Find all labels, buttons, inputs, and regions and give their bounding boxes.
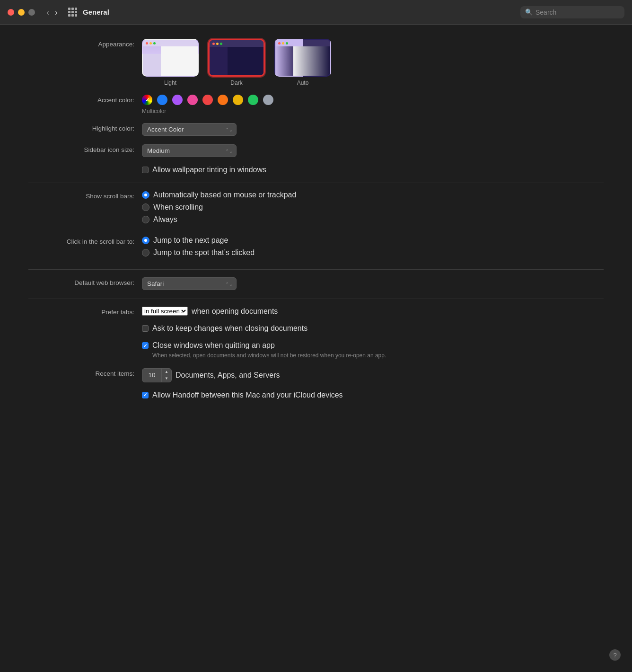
appearance-thumb-auto bbox=[274, 39, 331, 77]
close-windows-checkbox-row: Close windows when quitting an app When … bbox=[142, 341, 604, 360]
close-windows-checkbox[interactable] bbox=[142, 342, 149, 349]
main-content: Appearance: Light bbox=[0, 25, 632, 672]
appearance-light[interactable]: Light bbox=[142, 39, 199, 86]
scroll-scrolling-radio[interactable] bbox=[142, 203, 149, 211]
allow-handoff-control: Allow Handoff between this Mac and your … bbox=[142, 391, 604, 399]
sidebar-icon-size-control: Small Medium Large ⌃⌄ bbox=[142, 144, 604, 157]
appearance-dark[interactable]: Dark bbox=[208, 39, 265, 86]
stepper-down-btn[interactable]: ▼ bbox=[162, 375, 171, 382]
search-icon: 🔍 bbox=[525, 9, 533, 16]
accent-red-btn[interactable] bbox=[202, 95, 213, 105]
accent-color-row: Accent color: Multicolor bbox=[28, 95, 604, 115]
accent-orange-btn[interactable] bbox=[218, 95, 228, 105]
stepper-value: 10 bbox=[142, 370, 161, 380]
minimize-button[interactable] bbox=[18, 9, 25, 16]
close-windows-subtext: When selected, open documents and window… bbox=[152, 352, 386, 360]
accent-multicolor-btn[interactable] bbox=[142, 95, 152, 105]
scroll-scrolling-label: When scrolling bbox=[153, 203, 203, 212]
scroll-always-radio[interactable] bbox=[142, 216, 149, 223]
browser-dropdown-wrapper: Safari Chrome Firefox ⌃⌄ bbox=[142, 277, 237, 290]
titlebar: ‹ › General 🔍 bbox=[0, 0, 632, 25]
recent-items-stepper: 10 ▲ ▼ bbox=[142, 368, 172, 382]
wallpaper-tinting-control: Allow wallpaper tinting in windows bbox=[142, 166, 604, 174]
accent-colors bbox=[142, 95, 604, 105]
close-windows-content: Close windows when quitting an app When … bbox=[152, 341, 386, 360]
allow-handoff-row: Allow Handoff between this Mac and your … bbox=[28, 391, 604, 399]
sidebar-icon-size-select[interactable]: Small Medium Large bbox=[142, 144, 237, 157]
appearance-auto[interactable]: Auto bbox=[274, 39, 331, 86]
ask-keep-changes-checkbox[interactable] bbox=[142, 325, 149, 332]
default-browser-row: Default web browser: Safari Chrome Firef… bbox=[28, 277, 604, 290]
recent-items-label: Recent items: bbox=[28, 368, 142, 377]
allow-handoff-checkbox[interactable] bbox=[142, 392, 149, 398]
wallpaper-tinting-text: Allow wallpaper tinting in windows bbox=[152, 166, 266, 174]
search-bar[interactable]: 🔍 bbox=[520, 6, 624, 18]
recent-items-row: Recent items: 10 ▲ ▼ Documents, Apps, an… bbox=[28, 368, 604, 382]
appearance-thumb-dark bbox=[208, 39, 265, 77]
divider-1 bbox=[28, 183, 604, 183]
nav-buttons: ‹ › bbox=[44, 7, 60, 18]
ask-keep-changes-checkbox-row: Ask to keep changes when closing documen… bbox=[142, 324, 604, 333]
prefer-tabs-select[interactable]: always in full screen manually bbox=[142, 307, 188, 316]
ask-keep-changes-row: Ask to keep changes when closing documen… bbox=[28, 324, 604, 333]
ask-keep-changes-control: Ask to keep changes when closing documen… bbox=[142, 324, 604, 333]
close-windows-control: Close windows when quitting an app When … bbox=[142, 341, 604, 360]
click-spot-label: Jump to the spot that’s clicked bbox=[153, 248, 255, 257]
accent-green-btn[interactable] bbox=[248, 95, 258, 105]
fullscreen-button[interactable] bbox=[28, 9, 35, 16]
close-windows-row: Close windows when quitting an app When … bbox=[28, 341, 604, 360]
scroll-always-row: Always bbox=[142, 215, 604, 224]
click-spot-radio[interactable] bbox=[142, 249, 149, 256]
highlight-dropdown-wrapper: Accent Color Blue Purple Pink Red Orange… bbox=[142, 123, 237, 136]
click-spot-row: Jump to the spot that’s clicked bbox=[142, 248, 604, 257]
click-next-page-row: Jump to the next page bbox=[142, 236, 604, 245]
appearance-light-label: Light bbox=[164, 80, 176, 86]
accent-pink-btn[interactable] bbox=[187, 95, 198, 105]
click-next-page-radio[interactable] bbox=[142, 237, 149, 244]
highlight-color-select[interactable]: Accent Color Blue Purple Pink Red Orange… bbox=[142, 123, 237, 136]
close-windows-text: Close windows when quitting an app bbox=[152, 341, 275, 349]
accent-color-label: Accent color: bbox=[28, 95, 142, 104]
wallpaper-tinting-checkbox[interactable] bbox=[142, 167, 149, 173]
accent-purple-btn[interactable] bbox=[172, 95, 183, 105]
default-browser-control: Safari Chrome Firefox ⌃⌄ bbox=[142, 277, 604, 290]
click-next-page-label: Jump to the next page bbox=[153, 236, 228, 245]
appearance-label: Appearance: bbox=[28, 39, 142, 48]
close-button[interactable] bbox=[8, 9, 14, 16]
divider-3 bbox=[28, 299, 604, 299]
multicolor-label: Multicolor bbox=[142, 108, 604, 115]
click-scroll-bar-label: Click in the scroll bar to: bbox=[28, 236, 142, 245]
appearance-dark-label: Dark bbox=[230, 80, 242, 86]
divider-2 bbox=[28, 269, 604, 270]
default-browser-select[interactable]: Safari Chrome Firefox bbox=[142, 277, 237, 290]
stepper-up-btn[interactable]: ▲ bbox=[162, 369, 171, 376]
traffic-lights bbox=[8, 9, 35, 16]
recent-items-suffix: Documents, Apps, and Servers bbox=[176, 371, 280, 380]
show-scroll-bars-label: Show scroll bars: bbox=[28, 191, 142, 200]
search-input[interactable] bbox=[535, 9, 620, 16]
back-button[interactable]: ‹ bbox=[44, 7, 51, 18]
allow-handoff-label bbox=[28, 391, 142, 393]
click-scroll-bar-control: Jump to the next page Jump to the spot t… bbox=[142, 236, 604, 261]
help-button[interactable]: ? bbox=[609, 649, 621, 661]
click-scroll-bar-row: Click in the scroll bar to: Jump to the … bbox=[28, 236, 604, 261]
ask-keep-changes-text: Ask to keep changes when closing documen… bbox=[152, 324, 307, 333]
show-scroll-bars-row: Show scroll bars: Automatically based on… bbox=[28, 191, 604, 228]
wallpaper-tinting-row: Allow wallpaper tinting in windows bbox=[28, 166, 604, 174]
show-scroll-bars-control: Automatically based on mouse or trackpad… bbox=[142, 191, 604, 228]
default-browser-label: Default web browser: bbox=[28, 277, 142, 286]
page-title: General bbox=[83, 8, 515, 16]
accent-graphite-btn[interactable] bbox=[263, 95, 273, 105]
ask-keep-changes-label bbox=[28, 324, 142, 326]
scroll-auto-radio[interactable] bbox=[142, 191, 149, 199]
accent-blue-btn[interactable] bbox=[157, 95, 167, 105]
accent-yellow-btn[interactable] bbox=[233, 95, 243, 105]
forward-button[interactable]: › bbox=[53, 7, 60, 18]
appearance-auto-label: Auto bbox=[297, 80, 309, 86]
prefer-tabs-inline-row: always in full screen manually ⌃⌄ when o… bbox=[142, 307, 604, 316]
wallpaper-tinting-label bbox=[28, 166, 142, 168]
appearance-control: Light Dark bbox=[142, 39, 604, 86]
grid-icon[interactable] bbox=[68, 8, 77, 17]
recent-items-control: 10 ▲ ▼ Documents, Apps, and Servers bbox=[142, 368, 604, 382]
appearance-options: Light Dark bbox=[142, 39, 604, 86]
